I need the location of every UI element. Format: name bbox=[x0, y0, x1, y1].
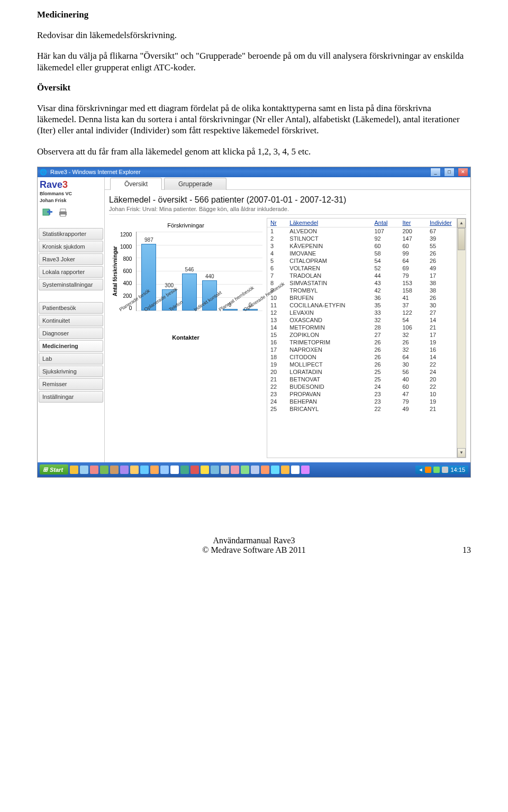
system-tray[interactable]: ◄ 14:15 bbox=[415, 466, 468, 474]
task-icon[interactable] bbox=[231, 466, 239, 474]
sidebar-item[interactable]: Diagnoser bbox=[39, 327, 103, 339]
task-icon[interactable] bbox=[180, 466, 189, 474]
scroll-thumb[interactable] bbox=[458, 228, 465, 250]
scrollbar[interactable]: ▲ ▼ bbox=[457, 218, 466, 458]
col-iter[interactable]: Iter bbox=[400, 218, 427, 227]
table-row[interactable]: 9TROMBYL4215838 bbox=[267, 287, 457, 294]
table-row[interactable]: 7TRADOLAN447917 bbox=[267, 272, 457, 279]
close-button[interactable]: ✕ bbox=[458, 168, 468, 177]
tab-grupperade[interactable]: Grupperade bbox=[164, 178, 226, 190]
sidebar-item[interactable]: Kronisk sjukdom bbox=[39, 241, 103, 252]
task-icon[interactable] bbox=[140, 466, 149, 474]
task-icon[interactable] bbox=[281, 466, 289, 474]
scroll-track[interactable] bbox=[457, 228, 466, 448]
task-icon[interactable] bbox=[271, 466, 279, 474]
task-icon[interactable] bbox=[130, 466, 139, 474]
table-row[interactable]: 10BRUFEN364126 bbox=[267, 294, 457, 302]
sidebar-item[interactable]: Remisser bbox=[39, 378, 103, 390]
table-row[interactable]: 19MOLLIPECT263022 bbox=[267, 361, 457, 368]
chart-title: Förskrivningar bbox=[109, 222, 262, 229]
tray-icon[interactable] bbox=[442, 467, 448, 473]
svg-rect-5 bbox=[60, 214, 66, 216]
table-cell: PROPAVAN bbox=[286, 390, 371, 398]
table-row[interactable]: 25BRICANYL224921 bbox=[267, 405, 457, 413]
table-cell: 67 bbox=[427, 227, 457, 235]
col-lakemedel[interactable]: Läkemedel bbox=[286, 218, 371, 227]
task-icon[interactable] bbox=[90, 466, 98, 474]
table-cell: 13 bbox=[267, 316, 286, 324]
table-row[interactable]: 2STILNOCT9214739 bbox=[267, 235, 457, 242]
col-nr[interactable]: Nr bbox=[267, 218, 286, 227]
sidebar-item[interactable]: Patientbesök bbox=[39, 302, 103, 314]
table-row[interactable]: 24BEHEPAN237919 bbox=[267, 398, 457, 405]
task-icon[interactable] bbox=[110, 466, 119, 474]
table-row[interactable]: 18CITODON266414 bbox=[267, 353, 457, 361]
sidebar-item[interactable]: Sjukskrivning bbox=[39, 366, 103, 377]
table-cell: 30 bbox=[400, 361, 427, 368]
task-icon[interactable] bbox=[150, 466, 159, 474]
sidebar-item[interactable]: Lokala rapporter bbox=[39, 266, 103, 278]
task-icon[interactable] bbox=[160, 466, 169, 474]
start-button[interactable]: ⊞ Start bbox=[40, 464, 68, 475]
table-row[interactable]: 11COCILLANA-ETYFIN353730 bbox=[267, 302, 457, 309]
sidebar-item[interactable]: Rave3 Joker bbox=[39, 253, 103, 265]
window-titlebar: 🌐 Rave3 - Windows Internet Explorer _ □ … bbox=[38, 167, 470, 177]
table-row[interactable]: 6VOLTAREN526949 bbox=[267, 264, 457, 272]
page-footer: Användarmanual Rave3 © Medrave Software … bbox=[37, 536, 471, 555]
task-icon[interactable] bbox=[120, 466, 129, 474]
table-row[interactable]: 1ALVEDON10720067 bbox=[267, 227, 457, 235]
tray-icon[interactable]: ◄ bbox=[419, 467, 423, 472]
tab-oversikt[interactable]: Översikt bbox=[110, 178, 162, 190]
col-antal[interactable]: Antal bbox=[371, 218, 399, 227]
table-row[interactable]: 23PROPAVAN234710 bbox=[267, 390, 457, 398]
task-icon[interactable] bbox=[241, 466, 249, 474]
tray-icon[interactable] bbox=[433, 467, 440, 473]
task-icon[interactable] bbox=[301, 466, 310, 474]
y-tick: 400 bbox=[120, 280, 132, 286]
sidebar-item[interactable]: Inställningar bbox=[39, 391, 103, 403]
table-row[interactable]: 8SIMVASTATIN4315338 bbox=[267, 279, 457, 287]
sidebar-item[interactable]: Systeminstallningar bbox=[39, 279, 103, 290]
add-icon[interactable] bbox=[42, 208, 52, 217]
scroll-up-button[interactable]: ▲ bbox=[457, 218, 466, 228]
table-row[interactable]: 13OXASCAND325414 bbox=[267, 316, 457, 324]
tray-icon[interactable] bbox=[425, 467, 431, 473]
ie-icon: 🌐 bbox=[40, 169, 47, 176]
table-row[interactable]: 5CITALOPRAM546426 bbox=[267, 257, 457, 264]
table-row[interactable]: 16TRIMETOPRIM262619 bbox=[267, 339, 457, 346]
sidebar-item[interactable]: Lab bbox=[39, 353, 103, 364]
minimize-button[interactable]: _ bbox=[430, 168, 441, 177]
task-icon[interactable] bbox=[251, 466, 259, 474]
task-icon[interactable] bbox=[100, 466, 108, 474]
task-icon[interactable] bbox=[190, 466, 199, 474]
maximize-button[interactable]: □ bbox=[444, 168, 455, 177]
tab-bar: Översikt Grupperade bbox=[105, 177, 470, 190]
table-row[interactable]: 14METFORMIN2810621 bbox=[267, 324, 457, 331]
task-icon[interactable] bbox=[70, 466, 78, 474]
table-row[interactable]: 3KÅVEPENIN606055 bbox=[267, 242, 457, 250]
task-icon[interactable] bbox=[291, 466, 300, 474]
print-icon[interactable] bbox=[58, 208, 68, 217]
table-row[interactable]: 4IMOVANE589926 bbox=[267, 250, 457, 257]
task-icon[interactable] bbox=[211, 466, 219, 474]
table-row[interactable]: 22BUDESONID246022 bbox=[267, 383, 457, 390]
sidebar-item[interactable]: Medicinering bbox=[39, 340, 103, 352]
col-individer[interactable]: Individer bbox=[427, 218, 457, 227]
table-row[interactable]: 17NAPROXEN263216 bbox=[267, 346, 457, 353]
sidebar-item[interactable]: Kontinuitet bbox=[39, 315, 103, 326]
task-icon[interactable] bbox=[80, 466, 88, 474]
sidebar-item[interactable]: Statistikrapporter bbox=[39, 228, 103, 240]
table-row[interactable]: 20LORATADIN255624 bbox=[267, 368, 457, 376]
table-cell: 26 bbox=[371, 353, 399, 361]
table-row[interactable]: 15ZOPIKLON273217 bbox=[267, 331, 457, 339]
task-icon[interactable] bbox=[261, 466, 269, 474]
table-cell: 26 bbox=[427, 250, 457, 257]
table-row[interactable]: 21BETNOVAT254020 bbox=[267, 376, 457, 383]
task-icon[interactable] bbox=[221, 466, 229, 474]
table-cell: 16 bbox=[427, 346, 457, 353]
table-row[interactable]: 12LEVAXIN3312227 bbox=[267, 309, 457, 316]
task-icon[interactable] bbox=[201, 466, 209, 474]
task-icon[interactable] bbox=[170, 466, 179, 474]
table-cell: 17 bbox=[427, 331, 457, 339]
scroll-down-button[interactable]: ▼ bbox=[457, 448, 466, 458]
